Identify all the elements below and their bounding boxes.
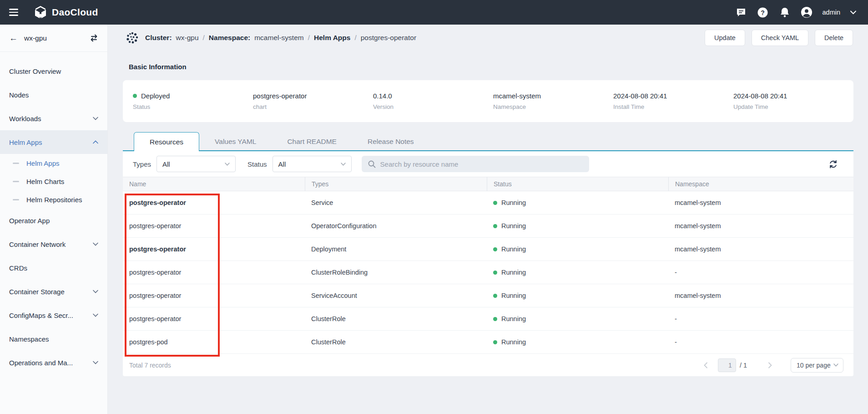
status-dot [493,247,497,251]
status-cell: Running [487,245,668,253]
breadcrumb-section[interactable]: Helm Apps [314,34,350,42]
chevron-down-icon [93,313,98,317]
next-page-icon[interactable] [768,362,772,368]
tab-release-notes[interactable]: Release Notes [352,132,429,151]
switch-cluster-icon[interactable] [90,34,98,42]
sidebar-subitem-helm-apps[interactable]: Helm Apps [0,154,107,172]
types-filter-label: Types [133,160,151,168]
update-button[interactable]: Update [705,30,745,46]
sidebar-subitem-helm-charts[interactable]: Helm Charts [0,172,107,190]
sidebar-item-workloads[interactable]: Workloads [0,107,107,130]
sidebar-header: ← wx-gpu [0,25,107,52]
status-dot [493,271,497,275]
sidebar-item-operator-app[interactable]: Operator App [0,209,107,232]
avatar-icon[interactable] [801,6,812,18]
status-dot [493,201,497,205]
breadcrumb: Cluster: wx-gpu / Namespace: mcamel-syst… [145,34,416,42]
breadcrumb-cluster-label: Cluster: [145,34,172,42]
brand-name: DaoCloud [52,7,98,18]
status-dot [493,317,497,321]
menu-icon[interactable] [9,7,18,18]
basic-info-card: Deployed Status postgres-operator chart … [123,80,853,122]
breadcrumb-row: Cluster: wx-gpu / Namespace: mcamel-syst… [108,25,868,51]
table-row[interactable]: postgres-operator Deployment Running mca… [123,238,853,261]
chevron-down-icon [341,163,346,166]
resources-panel: Types All Status All Name Types Status N… [123,151,853,376]
topbar: DaoCloud ? admin [0,0,868,25]
status-cell: Running [487,222,668,230]
info-field-chart: postgres-operator chart [253,92,373,110]
table-row[interactable]: postgres-operator ClusterRoleBinding Run… [123,261,853,284]
breadcrumb-separator: / [354,34,356,42]
status-dot [493,224,497,228]
delete-button[interactable]: Delete [815,30,853,46]
cube-logo-icon [34,5,47,19]
sidebar-item-container-network[interactable]: Container Network [0,232,107,256]
sidebar-item-crds[interactable]: CRDs [0,256,107,280]
column-header-namespace: Namespace [668,177,853,191]
chat-icon[interactable] [735,6,747,18]
app-root: DaoCloud ? admin ← wx-gpu [0,0,868,414]
sidebar-item-helm-apps[interactable]: Helm Apps [0,130,107,154]
back-icon[interactable]: ← [9,34,18,42]
sidebar-item-namespaces[interactable]: Namespaces [0,327,107,351]
breadcrumb-cluster-value[interactable]: wx-gpu [176,34,199,42]
info-field-namespace: mcamel-system Namespace [493,92,613,110]
page-total: / 1 [740,362,747,369]
chevron-down-icon [93,117,98,120]
search-icon [368,160,376,168]
info-field-update-time: 2024-08-08 20:41 Update Time [733,92,853,110]
page-size-select[interactable]: 10 per page [791,358,843,373]
chevron-down-icon[interactable] [850,10,856,15]
table-row[interactable]: postgres-operator Service Running mcamel… [123,191,853,215]
help-icon[interactable]: ? [757,6,769,18]
breadcrumb-current: postgres-operator [361,34,416,42]
status-cell: Running [487,315,668,322]
table-row[interactable]: postgres-pod ClusterRole Running - [123,331,853,354]
sidebar-subitem-helm-repositories[interactable]: Helm Repositories [0,190,107,209]
table-header: Name Types Status Namespace [123,177,853,191]
status-filter-select[interactable]: All [273,156,352,172]
check-yaml-button[interactable]: Check YAML [752,30,808,46]
column-header-types: Types [305,177,487,191]
table-row[interactable]: postgres-operator ClusterRole Running - [123,307,853,331]
chevron-down-icon [93,242,98,246]
topbar-right: ? admin [735,6,857,18]
tab-resources[interactable]: Resources [134,132,199,151]
dash-icon [13,181,19,182]
table-row[interactable]: postgres-operator ServiceAccount Running… [123,284,853,307]
user-name[interactable]: admin [823,9,841,16]
sidebar-item-container-storage[interactable]: Container Storage [0,280,107,303]
sidebar-item-operations[interactable]: Operations and Ma... [0,351,107,374]
info-field-install-time: 2024-08-08 20:41 Install Time [613,92,733,110]
tab-values-yaml[interactable]: Values YAML [199,132,272,151]
chevron-down-icon [93,290,98,293]
bell-icon[interactable] [779,6,791,18]
tab-chart-readme[interactable]: Chart README [272,132,352,151]
search-input[interactable] [380,160,583,168]
chevron-up-icon [93,140,98,144]
types-filter-select[interactable]: All [156,156,236,172]
chevron-down-icon [93,361,98,364]
total-records: Total 7 records [129,362,171,369]
action-buttons: Update Check YAML Delete [705,30,853,46]
dash-icon [13,199,19,200]
status-cell: Running [487,199,668,206]
dash-icon [13,163,19,164]
breadcrumb-namespace-label: Namespace: [209,34,250,42]
prev-page-icon[interactable] [703,362,708,368]
breadcrumb-namespace-value[interactable]: mcamel-system [254,34,304,42]
status-dot [493,340,497,344]
sidebar-item-cluster-overview[interactable]: Cluster Overview [0,59,107,83]
table-row[interactable]: postgres-operator OperatorConfiguration … [123,215,853,238]
info-field-version: 0.14.0 Version [373,92,493,110]
refresh-icon[interactable] [828,159,838,169]
sidebar: ← wx-gpu Cluster Overview Nodes Workload… [0,25,108,414]
pagination: / 1 10 per page [703,358,843,373]
page-number-input[interactable] [718,358,736,372]
sidebar-nav: Cluster Overview Nodes Workloads Helm Ap… [0,52,107,374]
sidebar-item-nodes[interactable]: Nodes [0,83,107,107]
search-box [362,156,589,172]
status-dot [493,294,497,298]
sidebar-item-configmaps-secrets[interactable]: ConfigMaps & Secr... [0,303,107,327]
